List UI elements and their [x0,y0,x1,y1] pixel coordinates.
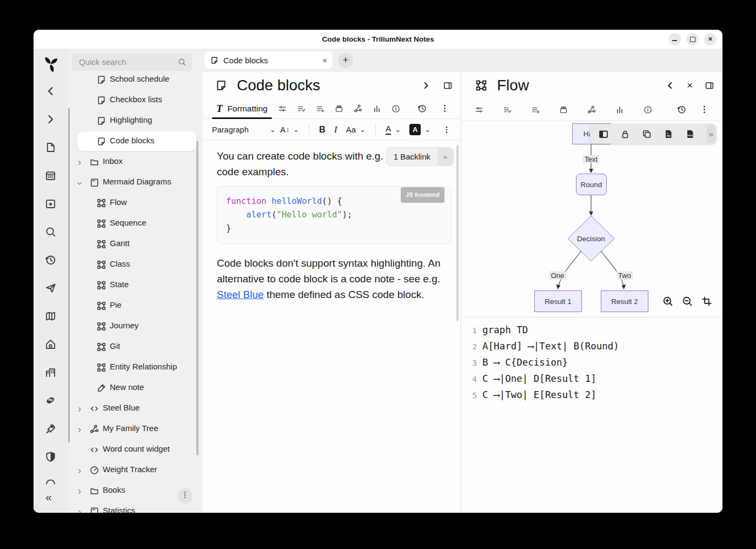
tree-item-class[interactable]: Class [68,254,203,275]
expander-right-icon[interactable] [76,508,83,513]
archive-button[interactable] [334,104,344,114]
calendar-star-icon[interactable] [44,197,57,210]
copy-button[interactable] [641,129,652,140]
tree-item-steel-blue[interactable]: Steel Blue [68,398,203,419]
arc-icon[interactable] [44,477,57,489]
flow-node-result1[interactable]: Result 1 [534,290,582,312]
flow-node-result2[interactable]: Result 2 [601,290,648,312]
tree-item-checkbox-lists[interactable]: Checkbox lists [68,90,203,110]
maximize-button[interactable] [686,33,699,45]
paragraph-style-dropdown[interactable]: Paragraph ⌄ [212,125,276,134]
history-button[interactable] [417,103,427,114]
home-icon[interactable] [44,338,57,350]
tree-item-inbox[interactable]: Inbox [68,151,203,172]
crop-button[interactable] [701,295,713,307]
png-file-button[interactable]: PNG [685,129,695,140]
toolbar-more-button[interactable] [442,125,452,135]
source-line[interactable]: 3B ⟶ C{Decision} [469,355,722,371]
minimize-button[interactable] [668,33,681,45]
tree-item-git[interactable]: Git [68,336,203,357]
collapse-sidebar-button[interactable]: « [45,491,52,502]
tree-item-flow[interactable]: Flow [68,193,203,213]
tree-item-entity-relationship[interactable]: Entity Relationship [68,357,203,378]
tree-item-sequence[interactable]: Sequence [68,213,203,234]
history-icon[interactable] [44,254,57,266]
buildings-icon[interactable] [44,366,57,379]
source-line[interactable]: 2A[Hard] ⟶|Text| B(Round) [469,339,722,355]
img-file-button[interactable] [663,129,674,140]
source-line[interactable]: 1graph TD [469,322,722,339]
dots-v-button[interactable] [440,103,450,114]
file-icon[interactable] [44,141,57,154]
paragraph[interactable]: Code blocks don't support syntax highlig… [217,255,459,302]
editor-scrollbar[interactable] [456,145,459,321]
tree-scrollbar[interactable] [196,141,198,455]
list-check-button[interactable] [502,105,512,115]
lock-button[interactable] [620,129,631,140]
code-block[interactable]: JS frontend function helloWorld() { aler… [217,186,452,244]
chevron-left-icon[interactable] [665,81,675,90]
font-size-dropdown[interactable]: A ↕ ⌄ [276,125,303,134]
launcher-scrollbar[interactable] [68,108,70,442]
info-button[interactable] [391,104,401,114]
dots-v-button[interactable] [699,104,709,115]
italic-button[interactable]: I [330,124,342,135]
list-plus-button[interactable] [530,105,540,115]
expander-right-icon[interactable] [76,405,83,412]
note-editor[interactable]: You can create code blocks with e.g. cod… [203,141,461,513]
flow-node-round[interactable]: Round [576,174,607,195]
paragraph[interactable]: You can create code blocks with e.g. cod… [217,148,407,180]
steel-blue-link[interactable]: Steel Blue [217,289,264,300]
flow-node-decision[interactable]: Decision [577,235,605,243]
source-line[interactable]: 4C ⟶|One| D[Result 1] [469,371,722,387]
backlink-button[interactable]: 1 Backlink » [386,147,454,166]
list-check-button[interactable] [296,104,306,114]
archive-button[interactable] [559,105,568,115]
tree-options-button[interactable] [177,488,193,504]
expander-right-icon[interactable] [76,426,83,432]
trilium-logo-icon[interactable] [41,54,61,74]
tab-code-blocks[interactable]: Code blocks × [204,51,333,69]
tree-item-weight-tracker[interactable]: Weight Tracker [68,460,203,480]
panel-left-button[interactable] [598,129,609,140]
backlink-expand-icon[interactable]: » [437,148,453,166]
search-icon[interactable] [44,226,57,238]
expander-right-icon[interactable] [76,158,83,165]
close-pane-icon[interactable]: × [687,80,693,90]
tree-item-mermaid-diagrams[interactable]: Mermaid Diagrams [68,172,203,193]
mindmap-button[interactable] [353,104,363,114]
history-button[interactable] [677,104,687,115]
font-color-dropdown[interactable]: A ⌄ [381,124,405,135]
quick-search-input[interactable]: Quick search [72,53,192,71]
toolbar-more-button[interactable]: » [706,124,716,144]
mermaid-source-editor[interactable]: 1graph TD2A[Hard] ⟶|Text| B(Round)3B ⟶ C… [461,318,722,513]
calendar-icon[interactable] [44,169,57,182]
bold-button[interactable]: B [315,124,330,135]
tree-item-journey[interactable]: Journey [68,316,203,336]
tree-item-new-note[interactable]: New note [68,378,203,398]
text-case-dropdown[interactable]: Aa ⌄ [342,125,370,134]
tree-item-highlighting[interactable]: Highlighting [68,110,203,131]
tree-item-gantt[interactable]: Gantt [68,234,203,254]
tree-item-word-count-widget[interactable]: Word count widget [68,439,203,460]
ribbon-tab-formatting[interactable]: T Formatting [214,98,270,118]
rocket-icon[interactable] [44,422,57,435]
note-title[interactable]: Code blocks [237,77,320,94]
bg-color-dropdown[interactable]: A ⌄ [405,124,435,135]
chevron-left-icon[interactable] [44,85,57,97]
tree-item-state[interactable]: State [68,275,203,295]
list-plus-button[interactable] [315,104,325,114]
tree-item-my-family-tree[interactable]: My Family Tree [68,419,203,439]
source-line[interactable]: 5C ⟶|Two| E[Result 2] [469,387,722,404]
split-view-icon[interactable] [705,81,714,90]
mindmap-button[interactable] [587,105,596,115]
tune-button[interactable] [277,104,287,114]
chevron-right-icon[interactable] [44,113,57,125]
new-tab-button[interactable]: + [338,53,353,68]
info-button[interactable] [643,105,653,115]
expander-down-icon[interactable] [76,179,83,186]
mermaid-title[interactable]: Flow [497,77,529,94]
bread-icon[interactable] [44,394,57,407]
tree-item-code-blocks[interactable]: Code blocks [68,131,203,151]
tune-button[interactable] [474,105,484,115]
